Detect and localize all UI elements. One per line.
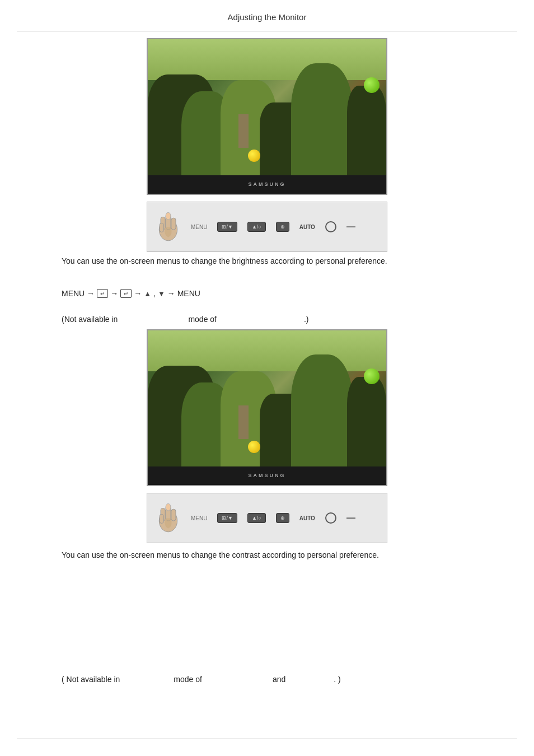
monitor-bottom-bar-2: SAMSUNG bbox=[148, 466, 386, 485]
hand-icon-1 bbox=[156, 212, 181, 242]
svg-point-11 bbox=[166, 503, 171, 511]
updown-icon: ▲ bbox=[144, 290, 151, 298]
auto-label-2: AUTO bbox=[299, 515, 315, 521]
minus-icon-1: — bbox=[346, 222, 355, 232]
control-bar-block-2: MENU ⊞/▼ ▲/○ ⊕ AUTO — bbox=[147, 493, 387, 543]
ctrl-btn-2-3: ⊕ bbox=[276, 513, 289, 523]
svg-rect-9 bbox=[171, 509, 176, 521]
bottom-divider bbox=[17, 739, 517, 739]
menu-nav-line: MENU → ↵ → ↵ → ▲ , ▼ → MENU bbox=[62, 289, 200, 298]
svg-point-5 bbox=[166, 212, 171, 220]
pagoda-1 bbox=[238, 114, 249, 148]
not-available-line-1: (Not available in mode of .) bbox=[62, 315, 309, 324]
control-bar-1: MENU ⊞/▼ ▲/○ ⊕ AUTO — bbox=[147, 202, 387, 252]
desc-text-1: You can use the on-screen menus to chang… bbox=[62, 255, 500, 267]
down-icon: ▼ bbox=[158, 290, 165, 298]
pagoda-2 bbox=[238, 405, 249, 439]
not-available-line-2: ( Not available in mode of and . ) bbox=[62, 675, 341, 684]
monitor-image-1: SAMSUNG bbox=[147, 38, 387, 195]
arrow-3: → MENU bbox=[167, 289, 200, 298]
ball-yellow-1 bbox=[248, 150, 260, 162]
menu-label-2: MENU bbox=[191, 515, 207, 521]
enter-icon-2: ↵ bbox=[120, 289, 132, 298]
auto-label-1: AUTO bbox=[299, 224, 315, 230]
monitor-bottom-bar-1: SAMSUNG bbox=[148, 175, 386, 194]
ctrl-btn-1: ⊞/▼ bbox=[217, 222, 237, 232]
svg-rect-3 bbox=[171, 218, 176, 230]
arrow-2: → bbox=[134, 289, 142, 298]
tree-2-5 bbox=[291, 354, 353, 466]
sky-area-1 bbox=[148, 39, 386, 80]
screen-content-1 bbox=[148, 39, 386, 175]
ball-green-2 bbox=[364, 368, 380, 384]
menu-label-1: MENU bbox=[191, 224, 207, 230]
power-icon-1 bbox=[325, 221, 336, 232]
screen-content-2 bbox=[148, 330, 386, 466]
desc-text-2: You can use the on-screen menus to chang… bbox=[62, 549, 500, 561]
ctrl-btn-2: ▲/○ bbox=[247, 222, 266, 232]
arrow-1: → bbox=[110, 289, 118, 298]
samsung-logo-1: SAMSUNG bbox=[248, 181, 285, 187]
ctrl-btn-2-1: ⊞/▼ bbox=[217, 513, 237, 523]
power-icon-2 bbox=[325, 512, 336, 524]
control-bar-2: MENU ⊞/▼ ▲/○ ⊕ AUTO — bbox=[147, 493, 387, 543]
section1-images: SAMSUNG bbox=[0, 38, 534, 252]
ctrl-btn-3: ⊕ bbox=[276, 222, 289, 232]
hand-icon-2 bbox=[156, 503, 181, 534]
menu-text: MENU → bbox=[62, 289, 95, 298]
monitor-block-2: SAMSUNG bbox=[147, 329, 387, 486]
ctrl-btn-2-2: ▲/○ bbox=[247, 513, 266, 523]
samsung-logo-2: SAMSUNG bbox=[248, 473, 285, 478]
tree-6 bbox=[347, 86, 386, 175]
page-container: Adjusting the Monitor S bbox=[0, 0, 534, 756]
monitor-image-2: SAMSUNG bbox=[147, 329, 387, 486]
top-divider bbox=[17, 31, 517, 31]
section2-images: SAMSUNG MENU ⊞ bbox=[0, 329, 534, 543]
svg-rect-4 bbox=[160, 223, 163, 232]
comma-sep: , bbox=[153, 289, 156, 298]
tree-5 bbox=[291, 63, 353, 175]
control-bar-block-1: MENU ⊞/▼ ▲/○ ⊕ AUTO — bbox=[147, 202, 387, 252]
page-title: Adjusting the Monitor bbox=[0, 12, 534, 22]
minus-icon-2: — bbox=[346, 513, 355, 523]
ball-green-1 bbox=[364, 77, 380, 93]
ball-yellow-2 bbox=[248, 441, 260, 453]
sky-area-2 bbox=[148, 330, 386, 371]
monitor-block-1: SAMSUNG bbox=[147, 38, 387, 195]
enter-icon-1: ↵ bbox=[97, 289, 108, 298]
svg-rect-10 bbox=[160, 514, 163, 523]
tree-2-6 bbox=[347, 377, 386, 466]
